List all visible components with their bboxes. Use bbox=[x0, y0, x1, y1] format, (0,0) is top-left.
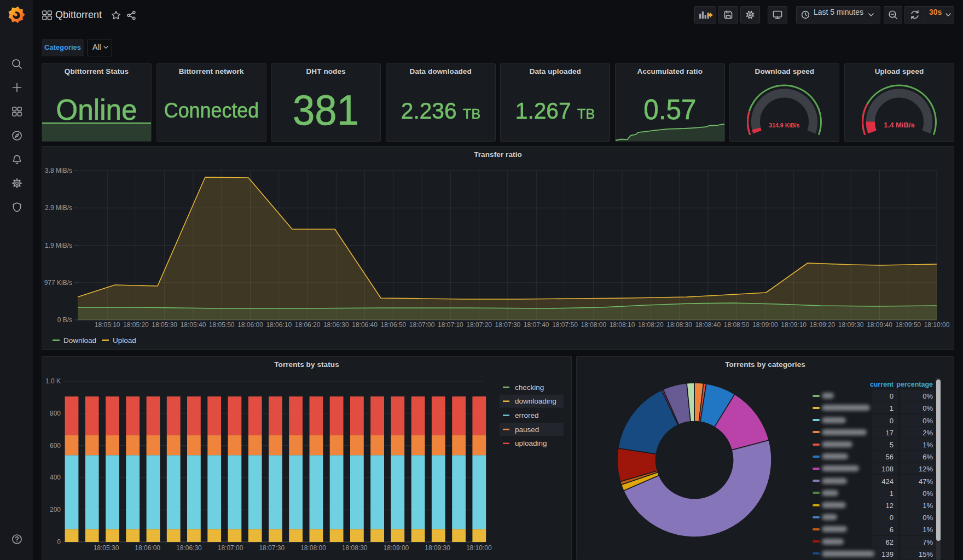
svg-text:800: 800 bbox=[50, 410, 61, 417]
svg-text:18:09:20: 18:09:20 bbox=[810, 321, 836, 329]
svg-text:18:05:50: 18:05:50 bbox=[209, 321, 235, 329]
svg-text:18:09:10: 18:09:10 bbox=[781, 321, 807, 329]
svg-text:18:07:30: 18:07:30 bbox=[259, 544, 285, 552]
svg-text:18:06:10: 18:06:10 bbox=[266, 321, 292, 329]
svg-text:18:08:00: 18:08:00 bbox=[300, 544, 326, 552]
svg-text:18:10:00: 18:10:00 bbox=[924, 321, 950, 329]
svg-text:checking: checking bbox=[515, 383, 544, 392]
svg-text:600: 600 bbox=[50, 442, 61, 450]
svg-text:18:05:10: 18:05:10 bbox=[95, 321, 120, 329]
svg-text:18:05:30: 18:05:30 bbox=[152, 321, 177, 329]
svg-text:18:08:00: 18:08:00 bbox=[581, 321, 606, 329]
svg-text:18:09:40: 18:09:40 bbox=[867, 321, 892, 329]
svg-text:18:08:50: 18:08:50 bbox=[724, 321, 750, 329]
svg-text:1.9 MiB/s: 1.9 MiB/s bbox=[45, 242, 72, 249]
svg-text:18:06:30: 18:06:30 bbox=[176, 544, 202, 552]
svg-text:400: 400 bbox=[50, 474, 61, 481]
svg-text:downloading: downloading bbox=[515, 397, 556, 405]
svg-text:18:06:30: 18:06:30 bbox=[323, 321, 349, 329]
svg-text:18:07:20: 18:07:20 bbox=[466, 321, 492, 329]
svg-text:Upload: Upload bbox=[113, 336, 136, 345]
svg-text:18:05:40: 18:05:40 bbox=[181, 321, 206, 329]
svg-text:1.0 K: 1.0 K bbox=[45, 377, 61, 385]
svg-text:18:07:00: 18:07:00 bbox=[409, 321, 435, 329]
svg-text:200: 200 bbox=[50, 506, 61, 514]
svg-text:977 KiB/s: 977 KiB/s bbox=[44, 279, 72, 287]
svg-text:18:08:40: 18:08:40 bbox=[695, 321, 721, 329]
svg-text:1.4 MiB/s: 1.4 MiB/s bbox=[884, 121, 914, 129]
svg-text:18:10:00: 18:10:00 bbox=[466, 544, 492, 552]
svg-text:18:06:00: 18:06:00 bbox=[237, 321, 263, 329]
svg-text:18:09:30: 18:09:30 bbox=[425, 544, 450, 552]
svg-text:18:06:00: 18:06:00 bbox=[135, 544, 160, 552]
svg-text:18:07:30: 18:07:30 bbox=[495, 321, 521, 329]
svg-text:18:09:00: 18:09:00 bbox=[752, 321, 778, 329]
svg-text:18:09:50: 18:09:50 bbox=[895, 321, 921, 329]
svg-text:18:09:00: 18:09:00 bbox=[384, 544, 409, 552]
svg-text:18:08:20: 18:08:20 bbox=[638, 321, 664, 329]
svg-text:18:07:50: 18:07:50 bbox=[552, 321, 578, 329]
svg-text:18:08:10: 18:08:10 bbox=[610, 321, 635, 329]
svg-text:18:08:30: 18:08:30 bbox=[666, 321, 692, 329]
svg-text:18:05:30: 18:05:30 bbox=[94, 544, 119, 552]
svg-text:paused: paused bbox=[515, 425, 539, 434]
svg-text:0 B/s: 0 B/s bbox=[57, 316, 72, 324]
svg-text:18:08:30: 18:08:30 bbox=[342, 544, 368, 552]
svg-text:18:09:30: 18:09:30 bbox=[838, 321, 864, 329]
svg-text:18:06:20: 18:06:20 bbox=[295, 321, 321, 329]
svg-text:0: 0 bbox=[57, 538, 61, 546]
svg-text:2.9 MiB/s: 2.9 MiB/s bbox=[45, 204, 72, 212]
svg-text:314.9 KiB/s: 314.9 KiB/s bbox=[769, 122, 800, 129]
svg-text:18:05:20: 18:05:20 bbox=[123, 321, 149, 329]
svg-text:errored: errored bbox=[515, 411, 539, 419]
svg-text:Download: Download bbox=[63, 336, 96, 345]
svg-text:18:07:10: 18:07:10 bbox=[438, 321, 463, 329]
svg-text:18:06:50: 18:06:50 bbox=[381, 321, 407, 329]
svg-text:18:07:00: 18:07:00 bbox=[218, 544, 243, 552]
svg-text:3.8 MiB/s: 3.8 MiB/s bbox=[45, 167, 72, 174]
svg-text:18:06:40: 18:06:40 bbox=[352, 321, 378, 329]
svg-text:uploading: uploading bbox=[515, 439, 547, 447]
svg-text:18:07:40: 18:07:40 bbox=[524, 321, 549, 329]
